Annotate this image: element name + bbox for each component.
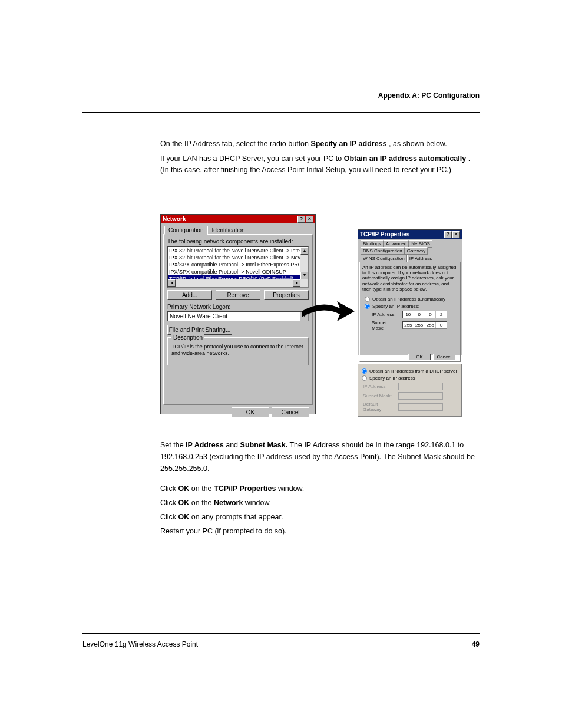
radio-dhcp-label: Obtain an IP address from a DHCP server: [369, 368, 457, 374]
properties-button[interactable]: Properties: [264, 290, 309, 300]
radio-obtain-input[interactable]: [365, 297, 370, 302]
tab-configuration[interactable]: Configuration: [164, 226, 207, 235]
ok-button[interactable]: OK: [232, 407, 269, 417]
radio-specify[interactable]: Specify an IP address:: [365, 304, 458, 309]
network-tabs: Configuration Identification: [163, 226, 313, 235]
chevron-down-icon[interactable]: ▾: [300, 312, 308, 321]
tcpip-info-text: An IP address can be automatically assig…: [362, 265, 458, 292]
cancel-button[interactable]: Cancel: [272, 407, 309, 417]
step-item: Restart your PC (if prompted to do so).: [160, 525, 480, 537]
help-icon[interactable]: ?: [297, 216, 305, 223]
components-label: The following network components are ins…: [167, 238, 309, 245]
nt-sm-label: Subnet Mask:: [363, 393, 396, 398]
scroll-left-icon[interactable]: ◂: [168, 279, 176, 287]
titlebar: TCP/IP Properties ? ×: [358, 230, 462, 239]
components-list[interactable]: IPX 32-bit Protocol for the Novell NetWa…: [167, 246, 309, 288]
scroll-right-icon[interactable]: ▸: [293, 279, 300, 287]
tcpip-dialog: TCP/IP Properties ? × Bindings Advanced …: [358, 229, 462, 355]
nt-ip-label: IP Address:: [363, 384, 396, 389]
close-icon[interactable]: ×: [452, 231, 460, 238]
nt-gw-label: Default Gateway:: [363, 401, 396, 412]
window-title: TCP/IP Properties: [360, 231, 409, 238]
dhcp-option-text: If your LAN has a DHCP Server, you can s…: [160, 153, 480, 176]
scroll-down-icon[interactable]: ▾: [300, 272, 308, 279]
screenshot-figures: Network ? × Configuration Identification…: [160, 214, 478, 432]
intro-block: On the IP Address tab, select the radio …: [160, 139, 480, 179]
window-title: Network: [163, 216, 186, 222]
tab-gateway[interactable]: Gateway: [405, 247, 428, 255]
chapter-header: Appendix A: PC Configuration: [378, 91, 480, 100]
add-button[interactable]: Add...: [167, 290, 212, 300]
radio-specify-input[interactable]: [365, 304, 370, 309]
subnet-mask-bold: Subnet Mask.: [240, 441, 288, 449]
scrollbar-vertical[interactable]: ▴ ▾: [300, 247, 308, 287]
step-item: Click OK on the Network window.: [160, 497, 480, 509]
list-item[interactable]: IPX/SPX-compatible Protocol -> Novell OD…: [168, 268, 308, 275]
specify-ip-bold: Specify an IP address: [311, 140, 387, 148]
ip-address-bold: IP Address: [186, 441, 224, 449]
page-number: 49: [472, 640, 480, 648]
scrollbar-horizontal[interactable]: ◂ ▸: [168, 279, 300, 287]
description-text: TCP/IP is the protocol you use to connec…: [171, 344, 305, 357]
radio-dhcp[interactable]: Obtain an IP address from a DHCP server: [362, 368, 459, 374]
radio-dhcp-input[interactable]: [362, 368, 367, 374]
subnet-mask-input[interactable]: 255 255 255 0: [402, 321, 447, 329]
nt-ip-panel: Obtain an IP address from a DHCP server …: [358, 364, 462, 417]
description-title: Description: [171, 334, 204, 341]
primary-logon-label: Primary Network Logon:: [167, 304, 309, 310]
help-icon[interactable]: ?: [444, 231, 452, 238]
nt-ip-input: [398, 383, 443, 390]
radio-specify-nt[interactable]: Specify an IP address: [362, 375, 459, 381]
obtain-auto-bold: Obtain an IP address automatically: [344, 154, 466, 163]
radio-specify-label: Specify an IP address:: [372, 304, 419, 309]
network-dialog: Network ? × Configuration Identification…: [160, 214, 316, 414]
subnet-mask-label: Subnet Mask:: [372, 320, 399, 331]
list-item[interactable]: IPX/SPX-compatible Protocol -> Intel Eth…: [168, 261, 308, 268]
remove-button[interactable]: Remove: [216, 290, 260, 300]
description-groupbox: Description TCP/IP is the protocol you u…: [167, 337, 309, 365]
tab-identification[interactable]: Identification: [207, 226, 249, 235]
radio-specify-nt-input[interactable]: [362, 375, 367, 381]
primary-logon-value: Novell NetWare Client: [170, 313, 227, 319]
horizontal-rule: [82, 112, 480, 113]
ok-button[interactable]: OK: [408, 354, 431, 360]
cancel-button[interactable]: Cancel: [433, 354, 455, 360]
nt-gw-input: [398, 403, 443, 411]
close-icon[interactable]: ×: [306, 216, 313, 223]
nt-sm-input: [398, 392, 443, 400]
radio-obtain[interactable]: Obtain an IP address automatically: [365, 297, 458, 302]
footer-text: LevelOne 11g Wireless Access Point: [82, 640, 198, 648]
ip-address-label: IP Address:: [372, 312, 399, 317]
footer-rule: [82, 633, 480, 634]
step-item: Click OK on the TCP/IP Properties window…: [160, 483, 480, 495]
tab-ipaddress[interactable]: IP Address: [407, 255, 435, 262]
radio-specify-nt-label: Specify an IP address: [369, 375, 415, 381]
scroll-up-icon[interactable]: ▴: [300, 247, 308, 255]
steps-block: Set the IP Address and Subnet Mask. The …: [160, 439, 480, 539]
ip-address-input[interactable]: 10 0 0 2: [402, 311, 447, 318]
tab-dns[interactable]: DNS Configuration: [361, 247, 405, 255]
titlebar: Network ? ×: [161, 215, 315, 223]
primary-logon-select[interactable]: Novell NetWare Client ▾: [167, 311, 309, 321]
list-item[interactable]: IPX 32-bit Protocol for the Novell NetWa…: [168, 254, 308, 261]
step-item: Click OK on any prompts that appear.: [160, 511, 480, 523]
file-print-sharing-button[interactable]: File and Print Sharing...: [167, 325, 232, 335]
list-item[interactable]: IPX 32-bit Protocol for the Novell NetWa…: [168, 247, 308, 254]
radio-obtain-label: Obtain an IP address automatically: [372, 297, 445, 302]
